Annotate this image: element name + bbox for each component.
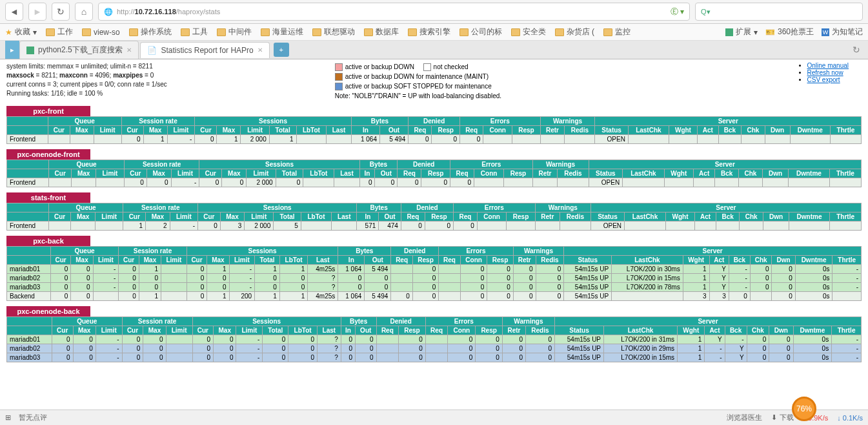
tab-python[interactable]: python2.5下载_百度搜索 ✕: [19, 41, 139, 59]
back-button[interactable]: ◄: [5, 3, 23, 21]
col-group: [7, 160, 49, 169]
bookmark-item[interactable]: 安全类: [511, 26, 546, 37]
cell: 54m15s UP: [564, 274, 612, 283]
col-header: Limit: [95, 212, 123, 222]
cell: [391, 283, 413, 292]
cell: 0: [502, 335, 525, 344]
cell: 0: [412, 274, 438, 283]
col-header: Dwn: [769, 326, 793, 335]
online-manual-link[interactable]: Online manual: [807, 62, 849, 69]
col-header: Cur: [123, 212, 146, 222]
bookmark-item[interactable]: 杂货店 (: [555, 26, 594, 37]
cell: 0: [476, 353, 503, 362]
tab-history-button[interactable]: ▸: [5, 41, 19, 59]
cell: 1: [255, 265, 280, 274]
cell: 0: [453, 222, 477, 231]
col-header: Limit: [229, 256, 255, 265]
cell: [477, 222, 507, 231]
extensions-button[interactable]: 扩展 ▾: [725, 26, 758, 37]
col-header: Thrtle: [832, 326, 862, 335]
col-group: Errors: [439, 247, 514, 256]
cell: 1: [683, 283, 709, 292]
bookmark-item[interactable]: 联想驱动: [312, 26, 355, 37]
cell: -: [93, 274, 119, 283]
stats-table: QueueSession rateSessionsBytesDeniedErro…: [6, 160, 862, 187]
new-tab-button[interactable]: +: [274, 43, 289, 57]
col-header: Limit: [167, 126, 195, 135]
bookmark-item[interactable]: 操作系统: [129, 26, 172, 37]
cell: 0: [124, 178, 146, 187]
cell: L7OK/200 in 30ms: [612, 265, 683, 274]
cell: 5 494: [365, 292, 391, 301]
stats-table: QueueSession rateSessionsBytesDeniedErro…: [6, 246, 862, 301]
bookmark-item[interactable]: 工具: [181, 26, 208, 37]
bookmark-item[interactable]: 公司的标: [459, 26, 502, 37]
col-group: [7, 203, 49, 212]
col-header: Thrtle: [829, 169, 861, 178]
col-header: Act: [693, 169, 714, 178]
bookmark-item[interactable]: 监控: [603, 26, 631, 37]
bookmark-item[interactable]: 工作: [46, 26, 73, 37]
col-header: Out: [365, 256, 391, 265]
cell: 0: [460, 292, 487, 301]
home-button[interactable]: ⌂: [75, 3, 93, 21]
refresh-now-link[interactable]: Refresh now: [807, 69, 849, 76]
reload-button[interactable]: ↻: [52, 3, 70, 21]
csv-export-link[interactable]: CSV export: [807, 76, 849, 83]
bookmark-item[interactable]: 数据库: [364, 26, 399, 37]
bookmark-item[interactable]: 海量运维: [261, 26, 303, 37]
col-header: Max: [217, 126, 241, 135]
folder-icon: [408, 28, 417, 36]
close-icon[interactable]: ✕: [126, 47, 132, 54]
tab-haproxy-stats[interactable]: 📄 Statistics Report for HAPro ✕: [140, 42, 269, 58]
ticket-button[interactable]: 🎫360抢票王: [765, 26, 814, 37]
cell: L7OK/200 in 31ms: [604, 335, 678, 344]
col-header: Retr: [540, 126, 565, 135]
col-group: Session rate: [119, 247, 187, 256]
cell: 0: [355, 344, 376, 353]
favorites-button[interactable]: ★收藏 ▾: [5, 26, 37, 37]
cell: 0: [122, 344, 143, 353]
forward-button[interactable]: ►: [28, 3, 46, 21]
legend: active or backup DOWN not checked active…: [335, 62, 501, 101]
close-icon[interactable]: ✕: [257, 47, 263, 54]
cell: L7OK/200 in 15ms: [612, 274, 683, 283]
bookmark-item[interactable]: 搜索引擎: [408, 26, 450, 37]
col-header: Thrtle: [830, 212, 862, 222]
url-bar[interactable]: 🌐 http:// 10.72.16.118 /haproxy/stats Ⓔ …: [98, 3, 690, 21]
col-header: Status: [554, 326, 603, 335]
search-box[interactable]: Q▾: [695, 3, 863, 21]
cell: 0: [450, 178, 474, 187]
col-header: Dwntme: [789, 169, 830, 178]
table-row: Backend000101200114m25s1 0645 4940000005…: [7, 292, 862, 301]
col-header: Retr: [502, 326, 525, 335]
bookmark-item[interactable]: view-so: [82, 28, 120, 37]
cell: ?: [318, 344, 341, 353]
cell: [376, 335, 399, 344]
server-name: Frontend: [7, 135, 48, 144]
cell: [474, 178, 504, 187]
cell: 5: [274, 222, 301, 231]
cell: -: [729, 265, 750, 274]
col-group: Bytes: [341, 317, 376, 326]
cell: 0: [769, 344, 793, 353]
col-header: LbTot: [279, 256, 307, 265]
cell: 0: [536, 265, 564, 274]
wiznote-button[interactable]: W为知笔记: [822, 26, 863, 37]
col-group: Sessions: [187, 247, 338, 256]
col-header: Chk: [742, 126, 765, 135]
cell: 0: [460, 283, 487, 292]
server-name: Backend: [7, 292, 51, 301]
cell: 3: [683, 292, 709, 301]
col-header: Out: [379, 212, 401, 222]
cell: 1: [139, 292, 161, 301]
url-dropdown-icon[interactable]: Ⓔ ▾: [671, 6, 684, 17]
cell: 0: [365, 283, 391, 292]
bookmark-item[interactable]: 中间件: [217, 26, 252, 37]
cell: [535, 222, 560, 231]
cell: 0: [187, 274, 207, 283]
restore-tab-icon[interactable]: ↻: [853, 45, 860, 55]
cell: 0: [421, 178, 450, 187]
search-provider-icon: Q▾: [701, 8, 711, 16]
col-header: Chk: [750, 256, 772, 265]
